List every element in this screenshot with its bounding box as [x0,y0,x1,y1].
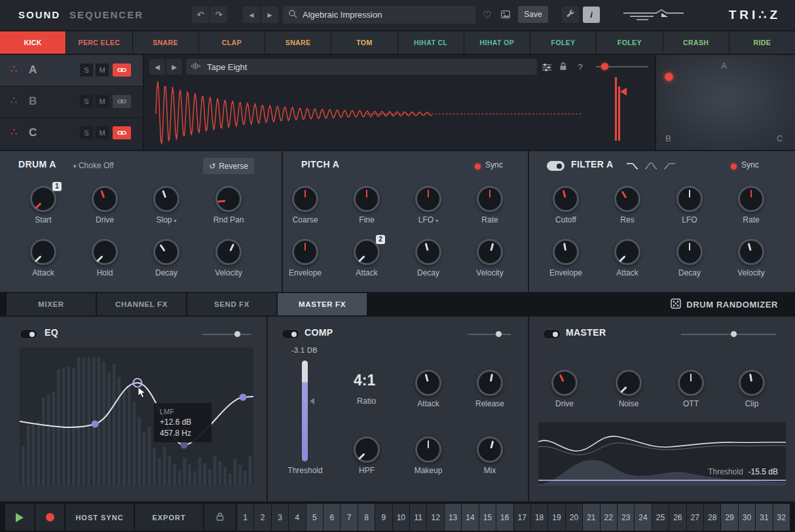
master-threshold-line[interactable] [538,480,786,481]
step-cell-4[interactable]: 4 [289,504,305,531]
pad-hihat-cl[interactable]: HIHAT CL [398,31,464,54]
pad-crash[interactable]: CRASH [663,31,729,54]
step-cell-13[interactable]: 13 [445,504,461,531]
mute-button[interactable]: M [96,95,109,108]
step-cell-26[interactable]: 26 [669,504,686,531]
tab-sound[interactable]: SOUND [18,9,60,20]
eq-node[interactable] [181,442,188,449]
play-button[interactable] [5,504,34,531]
step-cell-16[interactable]: 16 [496,504,513,531]
sync-label[interactable]: Sync [741,160,759,169]
lowpass-icon[interactable] [626,161,639,173]
save-button[interactable]: Save [518,6,548,23]
sync-indicator[interactable] [475,164,481,169]
solo-button[interactable]: S [80,126,93,139]
step-cell-5[interactable]: 5 [306,504,323,531]
step-cell-24[interactable]: 24 [635,504,651,531]
record-button[interactable] [35,504,64,531]
prev-sample-button[interactable]: ◀ [149,59,165,75]
step-cell-28[interactable]: 28 [704,504,720,531]
sync-label[interactable]: Sync [485,160,503,169]
comp-mix-slider[interactable] [468,334,511,335]
reverse-button[interactable]: ↺Reverse [203,158,254,174]
sample-name-field[interactable]: Tape Eight [186,59,537,75]
help-button[interactable]: ? [574,59,587,75]
step-cell-19[interactable]: 19 [548,504,564,531]
pad-kick[interactable]: KICK [0,31,65,54]
mute-button[interactable]: M [96,126,109,139]
export-button[interactable]: EXPORT [135,504,203,531]
meter-marker-icon[interactable] [620,88,627,96]
comp-mix-handle[interactable] [496,331,502,337]
favorite-button[interactable]: ♡ [479,7,496,23]
pad-snare[interactable]: SNARE [133,31,198,54]
eq-mix-slider[interactable] [202,334,251,335]
pad-clap[interactable]: CLAP [199,31,265,54]
pad-ride[interactable]: RIDE [730,31,795,54]
bandpass-icon[interactable] [644,161,657,173]
eq-node[interactable] [240,394,247,401]
step-cell-6[interactable]: 6 [324,504,340,531]
solo-button[interactable]: S [80,95,93,108]
step-cell-15[interactable]: 15 [479,504,496,531]
step-cell-2[interactable]: 2 [254,504,270,531]
solo-button[interactable]: S [80,63,93,77]
ratio-value[interactable]: 4:1 [354,372,375,389]
preset-search[interactable] [283,6,475,24]
filter-toggle[interactable] [547,161,564,171]
eq-display[interactable]: LMF +12.6 dB 457.8 Hz [20,347,253,486]
pad-hihat-op[interactable]: HIHAT OP [464,31,530,54]
step-cell-23[interactable]: 23 [618,504,634,531]
layer-row-a[interactable]: ∴ A S M [0,55,143,86]
step-cell-12[interactable]: 12 [427,504,443,531]
eq-toggle[interactable] [20,329,37,339]
threshold-slider[interactable] [302,361,308,461]
pattern-lock-button[interactable] [204,504,236,531]
step-cell-10[interactable]: 10 [393,504,409,531]
step-cell-7[interactable]: 7 [341,504,357,531]
highpass-icon[interactable] [663,161,676,173]
pad-tom[interactable]: TOM [331,31,397,54]
step-cell-20[interactable]: 20 [566,504,582,531]
step-cell-8[interactable]: 8 [358,504,375,531]
step-cell-18[interactable]: 18 [531,504,547,531]
step-cell-32[interactable]: 32 [773,504,790,531]
step-cell-31[interactable]: 31 [756,504,772,531]
step-cell-11[interactable]: 11 [410,504,426,531]
sample-lock-button[interactable] [559,62,567,73]
eq-node[interactable] [92,421,99,428]
host-sync-button[interactable]: HOST SYNC [65,504,134,531]
comp-toggle[interactable] [282,329,299,339]
tab-sequencer[interactable]: SEQUENCER [69,9,143,20]
master-wave-display[interactable]: Threshold-15.5 dB [538,422,786,486]
link-button[interactable] [113,95,131,108]
undo-button[interactable]: ↶ [192,7,209,23]
redo-button[interactable]: ↷ [210,7,227,23]
step-cell-22[interactable]: 22 [601,504,617,531]
pad-foley[interactable]: FOLEY [597,31,662,54]
master-mix-handle[interactable] [731,331,737,337]
sample-edit-button[interactable] [542,62,551,74]
pad-snare[interactable]: SNARE [265,31,331,54]
preset-image-button[interactable] [497,7,514,23]
step-cell-29[interactable]: 29 [721,504,737,531]
mute-button[interactable]: M [96,63,109,77]
settings-button[interactable] [562,7,579,23]
choke-dropdown[interactable]: ▾ Choke Off [73,161,114,170]
layer-row-c[interactable]: ∴ C S M [0,118,143,150]
next-sample-button[interactable]: ▶ [166,59,182,75]
tab-send-fx[interactable]: SEND FX [187,293,276,315]
step-cell-17[interactable]: 17 [514,504,530,531]
info-button[interactable]: i [583,7,600,23]
step-cell-9[interactable]: 9 [375,504,392,531]
preset-search-input[interactable] [303,10,460,20]
layer-volume-handle[interactable] [601,63,608,70]
layer-row-b[interactable]: ∴ B S M [0,86,143,117]
master-toggle[interactable] [543,329,561,339]
eq-mix-handle[interactable] [234,331,240,337]
link-button[interactable] [113,126,131,139]
pad-foley[interactable]: FOLEY [530,31,596,54]
tab-mixer[interactable]: MIXER [7,293,96,315]
tab-master-fx[interactable]: MASTER FX [278,293,367,315]
step-cell-27[interactable]: 27 [687,504,703,531]
